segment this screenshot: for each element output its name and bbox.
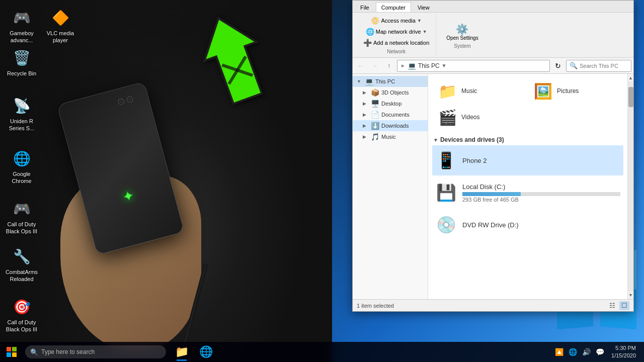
desktop-icon-steam[interactable]: 🎮 Call of Duty Black Ops III	[4, 199, 39, 235]
vlc-label: VLC media player	[43, 30, 78, 44]
documents-expand-icon: ▶	[363, 112, 369, 117]
large-icons-view-button[interactable]: ☐	[619, 301, 629, 310]
documents-sidebar-icon: 📄	[371, 111, 379, 119]
device-item-phone[interactable]: 📱 Phone 2	[432, 145, 623, 175]
devices-toggle-icon: ▼	[433, 137, 438, 143]
videos-folder-label: Videos	[461, 114, 479, 121]
add-network-button[interactable]: ➕ Add a network location	[361, 38, 432, 48]
device-item-local-disk[interactable]: 💾 Local Disk (C:) 293 GB free of 465 GB	[432, 177, 623, 208]
add-network-label: Add a network location	[373, 40, 429, 46]
combat-icon: 🔧	[12, 246, 32, 266]
desktop-icon-combat[interactable]: 🔧 CombatArms Reloaded	[4, 246, 39, 283]
forward-button[interactable]: →	[369, 60, 381, 72]
folders-section: 📁 Music 🖼️ Pictures 🎬 Vi	[432, 78, 623, 130]
svg-rect-6	[12, 352, 17, 357]
arrow-annotation	[191, 10, 282, 127]
downloads-sidebar-label: Downloads	[381, 123, 409, 129]
details-view-button[interactable]: ☷	[607, 301, 617, 310]
add-network-icon: ➕	[363, 39, 372, 47]
folder-item-pictures[interactable]: 🖼️ Pictures	[529, 79, 622, 103]
access-media-icon: 📀	[371, 17, 379, 25]
map-network-label: Map network drive	[376, 29, 421, 35]
sys-message-icon[interactable]: 💬	[594, 347, 606, 357]
search-input[interactable]	[580, 63, 628, 69]
taskbar-app-explorer[interactable]: 📁	[170, 342, 193, 362]
path-dropdown-arrow[interactable]: ▼	[442, 63, 447, 68]
folder-item-music[interactable]: 📁 Music	[433, 79, 527, 103]
taskbar-apps: 📁 🌐	[170, 342, 217, 362]
address-bar: ← → ↑ ► 💻 This PC ▼ ↻ 🔍	[353, 58, 633, 74]
desktop-icon-gameboy[interactable]: 🎮 Gameboy advanc...	[4, 8, 39, 44]
music-sidebar-icon: 🎵	[371, 133, 379, 141]
taskbar-search[interactable]: 🔍 Type here to search	[25, 345, 166, 358]
network-group-label: Network	[387, 49, 406, 54]
ribbon-tab-computer[interactable]: Computer	[376, 2, 411, 12]
scroll-thumb[interactable]	[628, 87, 633, 107]
folder-item-videos[interactable]: 🎬 Videos	[433, 105, 527, 129]
date-display: 1/15/2020	[611, 352, 636, 359]
map-network-button[interactable]: 🌐 Map network drive ▼	[363, 27, 430, 37]
this-pc-icon: 💻	[408, 62, 416, 70]
desktop-icon-uniden[interactable]: 📡 Uniden R Series S...	[4, 96, 39, 132]
access-media-button[interactable]: 📀 Access media ▼	[368, 16, 424, 26]
sys-volume-icon[interactable]: 🔊	[580, 347, 593, 357]
desktop-icon-chrome[interactable]: 🌐 Google Chrome	[4, 148, 39, 185]
gameboy-label: Gameboy advanc...	[4, 30, 39, 44]
expand-icon: ▼	[357, 79, 363, 84]
search-icon: 🔍	[570, 62, 578, 69]
sidebar-item-downloads[interactable]: ▶ ⬇️ Downloads	[353, 120, 428, 131]
ribbon-network-group: 📀 Access media ▼ 🌐 Map network drive ▼ ➕	[357, 15, 436, 55]
sidebar-item-3d-objects[interactable]: ▶ 📦 3D Objects	[353, 87, 428, 98]
sys-network-icon[interactable]: 🌐	[567, 347, 579, 357]
desktop-icon-recycle[interactable]: 🗑️ Recycle Bin	[4, 48, 39, 77]
desktop-icon-cod[interactable]: 🎯 Call of Duty Black Ops III	[4, 297, 39, 333]
ribbon-system-group: ⚙️ Open Settings System	[439, 21, 485, 50]
taskbar: 🔍 Type here to search 📁 🌐 🔼 🌐 🔊 💬 5:30 P…	[0, 342, 644, 362]
sidebar: ▼ 💻 This PC ▶ 📦 3D Objects ▶ 🖥️ Desktop …	[353, 74, 428, 299]
chrome-label: Google Chrome	[4, 170, 39, 185]
explorer-window: File Computer View 📀 Access media ▼ 🌐 Ma…	[352, 0, 634, 312]
address-path[interactable]: ► 💻 This PC ▼	[397, 60, 550, 72]
status-right: ☷ ☐	[607, 301, 629, 310]
ribbon-tab-file[interactable]: File	[355, 2, 375, 12]
3d-objects-label: 3D Objects	[381, 89, 409, 96]
search-box[interactable]: 🔍	[566, 60, 631, 72]
phone-info: Phone 2	[462, 157, 620, 164]
ribbon-map-row: 🌐 Map network drive ▼	[363, 27, 430, 37]
scroll-down-arrow[interactable]: ▼	[628, 291, 634, 299]
start-button[interactable]	[0, 342, 23, 362]
vlc-icon: 🔶	[50, 8, 70, 28]
open-settings-label: Open Settings	[446, 35, 478, 41]
dvd-info: DVD RW Drive (D:)	[462, 221, 620, 229]
desktop-sidebar-icon: 🖥️	[371, 100, 379, 108]
phone-device: ✦	[75, 90, 166, 246]
local-disk-details: 293 GB free of 465 GB	[462, 197, 620, 203]
sidebar-item-music[interactable]: ▶ 🎵 Music	[353, 131, 428, 142]
cod-label: Call of Duty Black Ops III	[4, 319, 39, 333]
up-button[interactable]: ↑	[383, 60, 395, 72]
access-media-label: Access media	[381, 18, 415, 24]
sidebar-item-desktop[interactable]: ▶ 🖥️ Desktop	[353, 98, 428, 109]
sys-chevron-icon[interactable]: 🔼	[553, 347, 566, 357]
sidebar-item-documents[interactable]: ▶ 📄 Documents	[353, 109, 428, 120]
taskbar-app-edge[interactable]: 🌐	[194, 342, 217, 362]
ribbon-tabs: File Computer View	[353, 1, 633, 13]
taskbar-search-text: Type here to search	[41, 348, 95, 355]
devices-section-header[interactable]: ▼ Devices and drives (3)	[432, 134, 623, 145]
refresh-button[interactable]: ↻	[552, 60, 564, 72]
scroll-track[interactable]	[628, 82, 633, 291]
time-display: 5:30 PM	[611, 344, 636, 352]
back-button[interactable]: ←	[355, 60, 367, 72]
desktop-icon-vlc[interactable]: 🔶 VLC media player	[43, 8, 78, 44]
ribbon-tab-view[interactable]: View	[412, 2, 435, 12]
desktop-sidebar-label: Desktop	[381, 101, 401, 107]
open-settings-button[interactable]: ⚙️ Open Settings	[443, 22, 481, 42]
scroll-up-arrow[interactable]: ▲	[628, 74, 634, 82]
system-clock[interactable]: 5:30 PM 1/15/2020	[607, 343, 640, 361]
scrollbar[interactable]: ▲ ▼	[627, 74, 633, 299]
device-item-dvd[interactable]: 💿 DVD RW Drive (D:)	[432, 210, 623, 240]
taskbar-search-icon: 🔍	[30, 348, 38, 356]
local-disk-icon-wrap: 💾	[435, 182, 457, 204]
local-disk-icon: 💾	[436, 183, 456, 202]
sidebar-item-this-pc[interactable]: ▼ 💻 This PC	[353, 76, 428, 87]
